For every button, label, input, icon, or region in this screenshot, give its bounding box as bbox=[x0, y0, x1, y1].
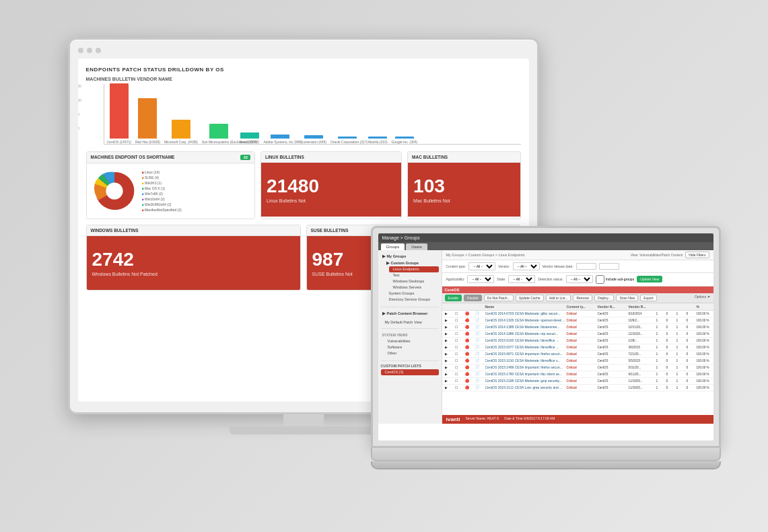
pie-legend: ■ Linux (14) ■ SUSE (4) ■ Win2K3 (1) ■ M… bbox=[142, 169, 182, 213]
sidebar-centos-list[interactable]: CentOS (3) bbox=[381, 369, 439, 375]
laptop: Manage > Groups Groups Users ▶ My Groups bbox=[371, 226, 721, 508]
table-row[interactable]: ▶ ☐ 🔴 📄 CentOS 2015:0377 CESA Moderate: … bbox=[442, 344, 713, 351]
laptop-screen-frame: Manage > Groups Groups Users ▶ My Groups bbox=[371, 226, 721, 448]
sidebar-software[interactable]: Software bbox=[384, 344, 439, 350]
update-view-button[interactable]: Update View bbox=[637, 276, 662, 282]
disable-button[interactable]: Disable bbox=[464, 295, 482, 301]
sidebar-test[interactable]: Test bbox=[389, 272, 439, 278]
linux-bulletins-title: LINUX BULLETINS bbox=[265, 155, 304, 159]
bar-mozilla bbox=[368, 137, 387, 139]
sidebar-vulnerabilities[interactable]: Vulnerabilities bbox=[384, 338, 439, 344]
mac-bulletins-header: MAC BULLETINS bbox=[408, 152, 520, 163]
mac-stat-label: Mac Bulletins Not bbox=[413, 198, 450, 203]
add-to-list-button[interactable]: Add to List... bbox=[546, 295, 571, 301]
sidebar-other[interactable]: Other bbox=[384, 350, 439, 356]
monitor-dot-1 bbox=[78, 48, 83, 53]
tab-groups[interactable]: Groups bbox=[381, 243, 405, 250]
vendor-label: Vendor: bbox=[498, 264, 510, 268]
mac-bulletins-title: MAC BULLETINS bbox=[412, 155, 448, 159]
table-row[interactable]: ▶ ☐ 🔴 📄 CentOS 2015:2111 CESA Low: grep … bbox=[442, 385, 713, 391]
release-date-to[interactable] bbox=[599, 263, 619, 270]
laptop-bottom bbox=[371, 461, 721, 469]
table-row[interactable]: ▶ ☐ 🔴 📄 CentOS 2015:0871 CESA Important:… bbox=[442, 351, 713, 358]
enable-button[interactable]: Enable bbox=[445, 295, 462, 301]
breadcrumb-text: My Groups > Custom Groups > Linux Endpoi… bbox=[446, 253, 525, 257]
do-not-patch-button[interactable]: Do Not Patch... bbox=[484, 295, 514, 301]
applicability-select[interactable]: -- All -- bbox=[467, 275, 494, 283]
table-row[interactable]: ▶ ☐ 🔴 📄 CentOS 2015:2198 CESA Moderate: … bbox=[442, 378, 713, 385]
sidebar-custom-groups: ▶ Custom Groups bbox=[385, 260, 439, 266]
bar-group-oracle: Oracle Corporation (317) bbox=[330, 137, 364, 144]
linux-bulletins-panel: LINUX BULLETINS 21480 Linux Bulletins No… bbox=[260, 151, 402, 219]
sidebar-directory-service-groups[interactable]: Directory Service Groups bbox=[385, 297, 439, 303]
app-content: ▶ My Groups ▶ Custom Groups Linux Endpoi… bbox=[378, 250, 713, 424]
suse-bulletins-title: SUSE BULLETINS bbox=[311, 228, 349, 233]
mac-stat-box: 103 Mac Bulletins Not bbox=[408, 163, 520, 217]
bar-lumen bbox=[304, 135, 323, 139]
content-type-label: Content type: bbox=[446, 264, 466, 268]
content-type-select[interactable]: -- All -- bbox=[468, 262, 495, 270]
deploy-button[interactable]: Deploy... bbox=[594, 295, 614, 301]
os-shortname-count: 32 bbox=[240, 155, 250, 160]
svg-point-0 bbox=[106, 182, 123, 199]
detection-status-label: Detection status: bbox=[538, 277, 563, 281]
table-row[interactable]: ▶ ☐ 🔴 📄 CentOS 2014:1388 CESA Moderate: … bbox=[442, 324, 713, 331]
bar-centos bbox=[110, 83, 129, 139]
suse-stat-number: 987 bbox=[312, 250, 344, 269]
monitor-dot-3 bbox=[96, 48, 101, 53]
release-date-from[interactable] bbox=[576, 263, 596, 270]
bar-microsoft bbox=[172, 120, 190, 139]
state-select[interactable]: -- All -- bbox=[508, 275, 535, 283]
release-date-label: Vendor release date: bbox=[543, 264, 573, 268]
table-row[interactable]: ▶ ☐ 🔴 📄 CentOS 2015:1780 CESA Important:… bbox=[442, 371, 713, 378]
linux-bulletins-header: LINUX BULLETINS bbox=[261, 152, 401, 163]
lower-panels-row1: MACHINES ENDPOINT OS SHORTNAME 32 bbox=[86, 151, 521, 219]
chart-label: MACHINES BULLETIN VENDOR NAME bbox=[86, 77, 521, 81]
vendor-select[interactable]: -- All -- bbox=[513, 262, 540, 270]
sidebar-windows-servers[interactable]: Windows Servers bbox=[389, 284, 439, 291]
bar-oracle bbox=[338, 137, 357, 139]
table-row[interactable]: ▶ ☐ 🔴 📄 CentOS 2015:0100 CESA Moderate: … bbox=[442, 338, 713, 344]
app-tabs: Groups Users bbox=[378, 242, 713, 250]
sidebar-linux-endpoints[interactable]: Linux Endpoints bbox=[389, 266, 439, 272]
sidebar-windows-desktops[interactable]: Windows Desktops bbox=[389, 278, 439, 284]
y-axis-labels: 16,000 12,000 8,000 4,000 0 bbox=[78, 84, 81, 145]
scan-now-button[interactable]: Scan Now bbox=[616, 295, 638, 301]
server-name: Server Name: HEAT-S bbox=[465, 416, 499, 422]
table-header: Name Content ty... Vendor N... Vendor R.… bbox=[442, 303, 713, 311]
table-row[interactable]: ▶ ☐ 🔴 📄 CentOS 2015:1489 CESA Important:… bbox=[442, 365, 713, 371]
sidebar-system-groups[interactable]: System Groups bbox=[385, 291, 439, 297]
table-row[interactable]: ▶ ☐ 🔴 📄 CentOS 2015:1010 CESA Moderate: … bbox=[442, 358, 713, 365]
sidebar-patch-content-browser: ▶ Patch Content Browser bbox=[381, 310, 439, 317]
pie-chart-svg bbox=[91, 167, 138, 215]
app-footer: ivanti Server Name: HEAT-S Date & Time 6… bbox=[442, 415, 713, 424]
hide-filters-button[interactable]: Hide Filters bbox=[685, 252, 709, 258]
mac-bulletins-panel: MAC BULLETINS 103 Mac Bulletins Not bbox=[407, 151, 520, 219]
table-row[interactable]: ▶ ☐ 🔴 📄 CentOS 2014:1986 CESA Moderate: … bbox=[442, 331, 713, 338]
linux-stat-label: Linux Bulletins Not bbox=[267, 198, 306, 203]
monitor-neck bbox=[283, 414, 324, 426]
linux-stat-number: 21480 bbox=[267, 177, 319, 196]
windows-stat-number: 2742 bbox=[92, 250, 134, 269]
table-row[interactable]: ▶ ☐ 🔴 📄 CentOS 2014:1326 CESA Moderate: … bbox=[442, 317, 713, 324]
bar-group-mozilla: Mozilla (310) bbox=[368, 137, 388, 144]
sidebar-my-default-patch-view[interactable]: My Default Patch View bbox=[381, 319, 439, 326]
suse-stat-label: SUSE Bulletins Not bbox=[312, 272, 353, 276]
bar-sun bbox=[209, 124, 228, 139]
bar-chart: CentOS (14571) Red Hat (10929) Microsoft… bbox=[104, 84, 521, 145]
tab-users[interactable]: Users bbox=[406, 243, 427, 250]
sidebar-system-views-label: SYSTEM VIEWS bbox=[381, 332, 439, 338]
update-cache-button[interactable]: Update Cache bbox=[516, 295, 544, 301]
app-bar-label: Manage > Groups bbox=[382, 235, 420, 240]
bar-adobe bbox=[271, 135, 289, 139]
remove-button[interactable]: Remove bbox=[573, 295, 592, 301]
table-row[interactable]: ▶ ☐ 🔴 📄 CentOS 2014:0703 CESA Moderate: … bbox=[442, 311, 713, 317]
detection-status-select[interactable]: -- All -- bbox=[566, 275, 593, 283]
include-subgroups-checkbox[interactable] bbox=[596, 275, 604, 284]
state-label: State: bbox=[497, 277, 505, 281]
bar-group-redhat: Red Hat (10929) bbox=[135, 98, 160, 144]
section-centos-label: CentOS bbox=[442, 287, 713, 293]
sidebar-my-groups-title: ▶ My Groups bbox=[381, 253, 439, 260]
export-button[interactable]: Export bbox=[640, 295, 656, 301]
monitor-dot-2 bbox=[87, 48, 92, 53]
